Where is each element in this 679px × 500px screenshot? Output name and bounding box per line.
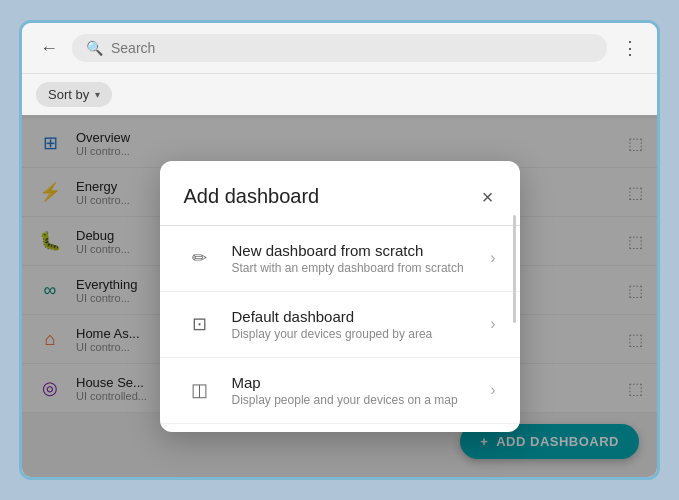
search-icon: 🔍: [86, 40, 103, 56]
header: ← 🔍 ⋮: [22, 23, 657, 74]
option-text: Default dashboard Display your devices g…: [232, 308, 475, 341]
search-input[interactable]: [111, 40, 593, 56]
close-icon: ×: [482, 186, 494, 208]
content-area: ⊞ Overview UI contro... ⬚ ⚡ Energy UI co…: [22, 115, 657, 477]
modal-option-2[interactable]: ◫ Map Display people and your devices on…: [160, 358, 520, 424]
toolbar: Sort by ▾: [22, 74, 657, 115]
modal-option-1[interactable]: ⊡ Default dashboard Display your devices…: [160, 292, 520, 358]
menu-button[interactable]: ⋮: [617, 33, 643, 63]
option-title: Default dashboard: [232, 308, 475, 325]
option-text: New dashboard from scratch Start with an…: [232, 242, 475, 275]
menu-icon: ⋮: [621, 38, 639, 58]
modal-overlay[interactable]: Add dashboard × ✏ New dashboard from scr…: [22, 115, 657, 477]
app-window: ← 🔍 ⋮ Sort by ▾ ⊞ Overview UI contro... …: [19, 20, 660, 480]
option-title: New dashboard from scratch: [232, 242, 475, 259]
option-title: Map: [232, 374, 475, 391]
modal-close-button[interactable]: ×: [480, 185, 496, 209]
option-icon: ⊡: [184, 308, 216, 340]
sort-button[interactable]: Sort by ▾: [36, 82, 112, 107]
modal-header: Add dashboard ×: [160, 185, 520, 225]
chevron-icon: ›: [490, 381, 495, 399]
sort-chevron-icon: ▾: [95, 89, 100, 100]
option-subtitle: Display people and your devices on a map: [232, 393, 475, 407]
chevron-icon: ›: [490, 315, 495, 333]
modal-title: Add dashboard: [184, 185, 320, 208]
search-bar: 🔍: [72, 34, 607, 62]
back-icon: ←: [40, 38, 58, 59]
option-text: Map Display people and your devices on a…: [232, 374, 475, 407]
modal-option-0[interactable]: ✏ New dashboard from scratch Start with …: [160, 226, 520, 292]
option-icon: ◫: [184, 374, 216, 406]
back-button[interactable]: ←: [36, 34, 62, 63]
chevron-icon: ›: [490, 249, 495, 267]
option-subtitle: Start with an empty dashboard from scrat…: [232, 261, 475, 275]
scroll-indicator: [513, 215, 516, 323]
option-subtitle: Display your devices grouped by area: [232, 327, 475, 341]
modal-options-list: ✏ New dashboard from scratch Start with …: [160, 226, 520, 424]
sort-label: Sort by: [48, 87, 89, 102]
add-dashboard-modal: Add dashboard × ✏ New dashboard from scr…: [160, 161, 520, 432]
option-icon: ✏: [184, 242, 216, 274]
